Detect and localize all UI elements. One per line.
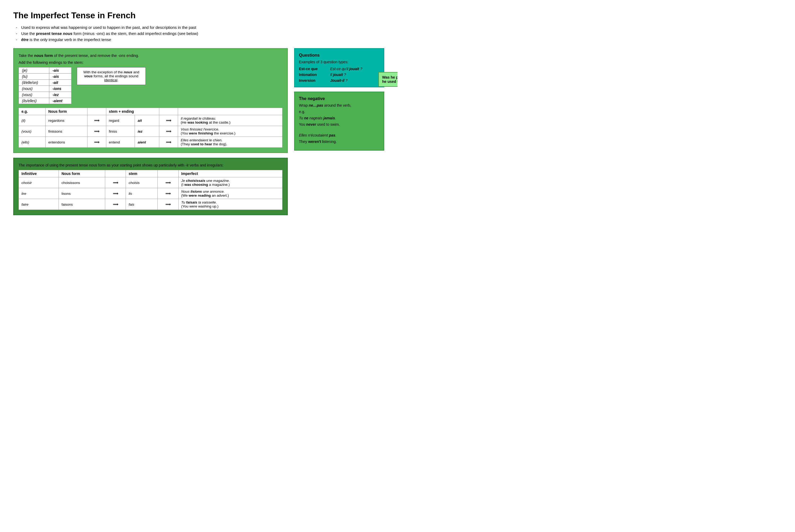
arrow-icon: ⟹ <box>158 199 179 210</box>
questions-subtitle: Examples of 3 question types: <box>299 60 379 64</box>
neg-example-1-french: Tu ne nageais jamais. <box>299 116 379 120</box>
neg-example-2-english: They weren't listening. <box>299 139 379 144</box>
pronoun-il-eg: (il) <box>19 115 46 126</box>
ending-aient-ex: aient <box>135 137 159 148</box>
table-row: lire lisons ⟹ lis ⟹ Nous lisions une ann… <box>19 188 283 199</box>
example-finissiez: Vous finissiez l'exercice. (You were fin… <box>178 126 282 137</box>
ex-faisais: Tu faisais la vaisselle. (You were washi… <box>178 199 282 210</box>
stem-entend: entend <box>106 137 135 148</box>
endings-area: (je) -ais (tu) -ais (il/elle/on) -ait <box>19 67 283 104</box>
questions-box: Questions Examples of 3 question types: … <box>294 48 384 87</box>
ex-lisions: Nous lisions une annonce. (We were readi… <box>178 188 282 199</box>
q-val-estceque: Est-ce qu'il jouait ? <box>330 67 379 71</box>
arrow-icon: ⟹ <box>159 115 178 126</box>
ending-ais-tu: -ais <box>49 74 72 80</box>
q-val-inversion: Jouait-il ? <box>330 78 379 82</box>
stem-lis: lis <box>126 188 158 199</box>
green-line2: Add the following endings to the stem: <box>19 60 283 64</box>
nous-finissons: finissons <box>46 126 88 137</box>
ending-ait-ex: ait <box>135 115 159 126</box>
inf-choisir: choisir <box>19 177 59 188</box>
ending-aient: -aient <box>49 98 72 104</box>
intro-list: Used to express what was happening or us… <box>13 25 384 42</box>
nous-entendons: entendons <box>46 137 88 148</box>
ending-ions: -ions <box>49 86 72 92</box>
irregulars-table: Infinitive Nous form stem Imperfect choi… <box>19 170 283 210</box>
pronoun-vous: (vous) <box>19 92 49 98</box>
ending-ait: -ait <box>49 80 72 86</box>
table-row: (nous) -ions <box>19 86 72 92</box>
table-row: (vous) -iez <box>19 92 72 98</box>
col-nous-form: Nous form <box>58 170 105 177</box>
ex-choisissais: Je choisissais une magazine. (I was choo… <box>178 177 282 188</box>
irregulars-box: The importance of using the present tens… <box>13 158 288 215</box>
nous-regardons: regardons <box>46 115 88 126</box>
pronoun-tu: (tu) <box>19 74 49 80</box>
endings-table: (je) -ais (tu) -ais (il/elle/on) -ait <box>19 67 72 104</box>
table-row: (je) -ais <box>19 68 72 74</box>
arrow-icon: ⟹ <box>105 199 126 210</box>
negative-intro: Wrap ne…pas around the verb, <box>299 103 379 108</box>
table-row: faire faisons ⟹ fais ⟹ Tu faisais la vai… <box>19 199 283 210</box>
stem-finiss: finiss <box>106 126 135 137</box>
col-arrow <box>105 170 126 177</box>
table-row: choisir choisissons ⟹ choisis ⟹ Je chois… <box>19 177 283 188</box>
pronoun-vous-eg: (vous) <box>19 126 46 137</box>
col-imperfect: Imperfect <box>178 170 282 177</box>
note-box: With the exception of the nous and vous … <box>77 67 146 85</box>
inversion-tooltip: Was he playing?/Did he used to play? <box>378 72 397 87</box>
stem-regard: regard <box>106 115 135 126</box>
nous-faisons: faisons <box>58 199 105 210</box>
right-column: Questions Examples of 3 question types: … <box>294 48 384 151</box>
col-arrow2 <box>158 170 179 177</box>
green-conjugation-box: Take the nous form of the present tense,… <box>13 48 288 153</box>
inf-lire: lire <box>19 188 59 199</box>
arrow-icon: ⟹ <box>158 188 179 199</box>
col-arrow1 <box>87 108 106 115</box>
ending-iez-ex: iez <box>135 126 159 137</box>
col-stem: stem <box>126 170 158 177</box>
intro-bullet-1: Used to express what was happening or us… <box>16 25 384 30</box>
green-line1: Take the nous form of the present tense,… <box>19 54 283 58</box>
col-infinitive: Infinitive <box>19 170 59 177</box>
q-label-intonation: Intonation <box>299 73 328 77</box>
arrow-icon: ⟹ <box>87 115 106 126</box>
inf-faire: faire <box>19 199 59 210</box>
table-row: (ils/elles) -aient <box>19 98 72 104</box>
page-title: The Imperfect Tense in French <box>13 11 384 20</box>
intro-bullet-2: Use the present tense nous form (minus -… <box>16 31 384 36</box>
example-entendaient: Elles entendaient le chien. (They used t… <box>178 137 282 148</box>
example-regardait: Il regardait le château. (He was looking… <box>178 115 282 126</box>
col-nous: Nous form <box>46 108 88 115</box>
q-val-intonation: Il jouait ? <box>330 73 379 77</box>
left-column: Take the nous form of the present tense,… <box>13 48 288 215</box>
arrow-icon: ⟹ <box>87 137 106 148</box>
nous-choisissons: choisissons <box>58 177 105 188</box>
arrow-icon: ⟹ <box>158 177 179 188</box>
intro-bullet-3: être is the only irregular verb in the i… <box>16 37 384 42</box>
q-label-inversion: Inversion <box>299 78 328 82</box>
negative-eg-label: e.g. <box>299 110 379 114</box>
arrow-icon: ⟹ <box>105 188 126 199</box>
arrow-icon: ⟹ <box>159 137 178 148</box>
pronoun-ils: (ils/elles) <box>19 98 49 104</box>
table-row: (vous) finissons ⟹ finiss iez ⟹ Vous fin… <box>19 126 283 137</box>
stem-fais: fais <box>126 199 158 210</box>
table-row: (il/elle/on) -ait <box>19 80 72 86</box>
negative-title: The negative <box>299 96 379 101</box>
col-eg: e.g. <box>19 108 46 115</box>
col-stem: stem + ending <box>106 108 159 115</box>
arrow-icon: ⟹ <box>87 126 106 137</box>
table-row: (ells) entendons ⟹ entend aient ⟹ Elles … <box>19 137 283 148</box>
nous-lisons: lisons <box>58 188 105 199</box>
table-row: (il) regardons ⟹ regard ait ⟹ Il regarda… <box>19 115 283 126</box>
questions-title: Questions <box>299 53 379 58</box>
col-arrow2 <box>159 108 178 115</box>
ending-iez: -iez <box>49 92 72 98</box>
arrow-icon: ⟹ <box>105 177 126 188</box>
arrow-icon: ⟹ <box>159 126 178 137</box>
negative-box: The negative Wrap ne…pas around the verb… <box>294 92 384 151</box>
ending-ais-je: -ais <box>49 68 72 74</box>
neg-example-2-french: Elles n'écoutaient pas. <box>299 133 379 137</box>
col-example <box>178 108 282 115</box>
